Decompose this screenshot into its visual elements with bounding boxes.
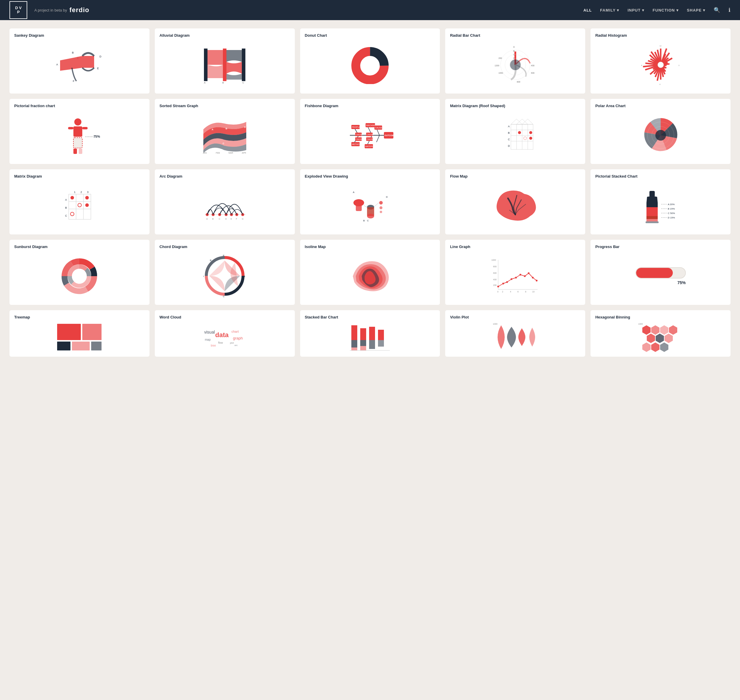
card-matrix-roof[interactable]: Matrix Diagram (Roof Shaped) A B C D	[445, 99, 585, 164]
card-hexagonal[interactable]: Hexagonal Binning 1000	[590, 310, 731, 357]
card-title-matrix-roof: Matrix Diagram (Roof Shaped)	[450, 104, 580, 108]
visual-stream: A B C D JAN FEB MAR APR	[160, 111, 290, 159]
card-title-donut: Donut Chart	[305, 33, 435, 38]
svg-text:C: C	[243, 81, 244, 84]
svg-marker-252	[665, 334, 673, 343]
card-title-sankey: Sankey Diagram	[14, 33, 145, 38]
svg-point-146	[85, 203, 89, 207]
card-title-arc: Arc Diagram	[160, 174, 290, 178]
card-progress-bar[interactable]: Progress Bar 75%	[590, 240, 731, 305]
svg-line-92	[377, 135, 380, 142]
progress-bar-label: 75%	[636, 280, 686, 285]
card-title-violin: Violin Plot	[450, 315, 580, 319]
visual-fishbone: OUTCOME PEOPLE MACHINES CAUSE CAUSE	[305, 111, 435, 159]
svg-point-191	[72, 269, 87, 284]
visual-sunburst	[14, 252, 145, 300]
nav-function[interactable]: FUNCTION ▾	[653, 8, 679, 12]
svg-text:data: data	[215, 331, 229, 338]
card-arc[interactable]: Arc Diagram	[155, 169, 295, 234]
svg-rect-11	[223, 49, 227, 81]
svg-rect-234	[352, 325, 357, 340]
card-fishbone[interactable]: Fishbone Diagram OUTCOME PEOPLE	[300, 99, 440, 164]
svg-text:C 50%: C 50%	[668, 212, 675, 215]
svg-text:C: C	[367, 219, 369, 222]
card-chord[interactable]: Chord Diagram E	[155, 240, 295, 305]
svg-text:6: 6	[518, 291, 519, 293]
card-radial-bar[interactable]: Radial Bar Chart A B C D 400 600 800 100…	[445, 28, 585, 94]
visual-violin: 1000	[450, 322, 580, 352]
card-title-isoline: Isoline Map	[305, 244, 435, 249]
nav-shape[interactable]: SHAPE ▾	[687, 8, 705, 12]
svg-text:F: F	[236, 218, 237, 220]
svg-text:graph: graph	[233, 336, 243, 340]
svg-text:D: D	[386, 196, 388, 198]
card-donut[interactable]: Donut Chart D A B	[300, 28, 440, 94]
svg-point-145	[78, 203, 81, 207]
visual-matrix: 1 2 3 A B C	[14, 181, 145, 230]
svg-point-124	[524, 137, 527, 140]
nav-input[interactable]: INPUT ▾	[628, 8, 644, 12]
svg-marker-253	[642, 343, 650, 352]
svg-marker-249	[669, 325, 677, 335]
card-pict-stacked[interactable]: Pictorial Stacked Chart	[590, 169, 731, 234]
card-alluvial[interactable]: Alluvial Diagram A B C	[155, 28, 295, 94]
card-pictorial-frac[interactable]: Pictorial fraction chart 75%	[9, 99, 150, 164]
card-isoline[interactable]: Isoline Map	[300, 240, 440, 305]
svg-text:visual: visual	[204, 330, 215, 334]
svg-rect-237	[360, 328, 366, 340]
svg-text:800: 800	[517, 81, 520, 83]
main-nav: ALL FAMILY ▾ INPUT ▾ FUNCTION ▾ SHAPE ▾ …	[583, 7, 731, 13]
svg-point-143	[71, 196, 74, 200]
card-polar[interactable]: Polar Area Chart	[590, 99, 731, 164]
card-stream[interactable]: Sorted Stream Graph A B C D JAN FEB MAR …	[155, 99, 295, 164]
card-title-progress-bar: Progress Bar	[595, 244, 726, 249]
svg-text:A: A	[244, 275, 246, 278]
svg-text:CAUSE: CAUSE	[367, 134, 374, 135]
card-wordcloud[interactable]: Word Cloud data visual chart map graph f…	[155, 310, 295, 357]
svg-rect-70	[82, 127, 88, 129]
card-sunburst[interactable]: Sunburst Diagram	[9, 240, 150, 305]
card-stacked-bar[interactable]: Stacked Bar Chart	[300, 310, 440, 357]
svg-text:B: B	[65, 206, 67, 209]
svg-text:plot: plot	[230, 341, 234, 344]
svg-text:75%: 75%	[94, 135, 100, 138]
svg-text:F: F	[73, 79, 75, 82]
svg-text:12: 12	[659, 45, 662, 47]
card-flowmap[interactable]: Flow Map	[445, 169, 585, 234]
search-icon[interactable]: 🔍	[714, 7, 720, 13]
visual-donut: D A B	[305, 41, 435, 89]
svg-rect-115	[511, 124, 533, 150]
visual-matrix-roof: A B C D	[450, 111, 580, 159]
card-title-hexagonal: Hexagonal Binning	[595, 315, 726, 319]
svg-marker-255	[660, 343, 668, 352]
card-violin[interactable]: Violin Plot 1000	[445, 310, 585, 357]
card-exploded[interactable]: Exploded View Drawing A B	[300, 169, 440, 234]
svg-text:600: 600	[493, 272, 497, 274]
svg-text:0: 0	[497, 291, 499, 293]
card-radial-hist[interactable]: Radial Histogram	[590, 28, 731, 94]
svg-point-212	[506, 281, 508, 283]
visual-pictorial-frac: 75%	[14, 111, 145, 159]
nav-all[interactable]: ALL	[583, 8, 592, 12]
card-line-graph[interactable]: Line Graph 1000 800 600 400 200 0 2 4 6 …	[445, 240, 585, 305]
card-title-exploded: Exploded View Drawing	[305, 174, 435, 178]
card-matrix[interactable]: Matrix Diagram 1 2 3 A B C	[9, 169, 150, 234]
nav-family[interactable]: FAMILY ▾	[600, 8, 619, 12]
visual-wordcloud: data visual chart map graph flow plot tr…	[160, 322, 290, 352]
svg-text:G: G	[242, 218, 243, 220]
svg-text:A: A	[513, 46, 515, 48]
progress-bar-container: 75%	[636, 267, 686, 285]
svg-text:arc: arc	[234, 344, 238, 347]
svg-point-147	[71, 212, 74, 216]
card-sankey[interactable]: Sankey Diagram A B C D E F	[9, 28, 150, 94]
card-treemap[interactable]: Treemap	[9, 310, 150, 357]
svg-rect-242	[378, 330, 384, 340]
svg-text:E: E	[97, 67, 99, 70]
svg-text:chart: chart	[231, 330, 238, 333]
svg-point-123	[529, 131, 532, 134]
card-title-stacked-bar: Stacked Bar Chart	[305, 315, 435, 319]
svg-text:A: A	[508, 125, 510, 128]
logo: D VP	[9, 1, 27, 19]
info-icon[interactable]: ℹ	[728, 7, 731, 13]
svg-point-129	[655, 130, 666, 141]
